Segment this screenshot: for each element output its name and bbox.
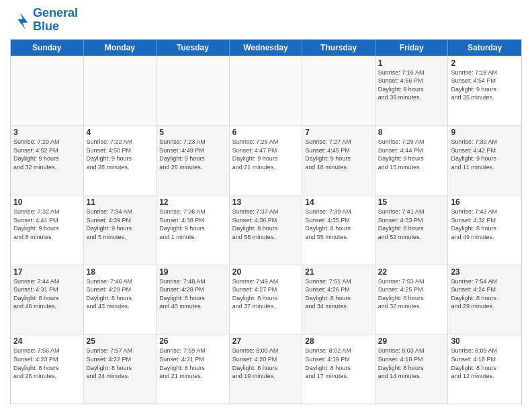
day-cell-4: 4Sunrise: 7:22 AM Sunset: 4:50 PM Daylig… [84,126,157,195]
day-info: Sunrise: 7:27 AM Sunset: 4:45 PM Dayligh… [305,138,372,171]
day-number: 3 [13,128,81,137]
day-number: 11 [87,197,154,207]
day-info: Sunrise: 7:56 AM Sunset: 4:23 PM Dayligh… [13,347,81,380]
day-info: Sunrise: 7:36 AM Sunset: 4:38 PM Dayligh… [159,208,226,241]
day-cell-12: 12Sunrise: 7:36 AM Sunset: 4:38 PM Dayli… [157,195,230,265]
day-info: Sunrise: 7:49 AM Sunset: 4:27 PM Dayligh… [232,277,300,311]
day-number: 8 [378,128,445,137]
day-info: Sunrise: 8:05 AM Sunset: 4:18 PM Dayligh… [451,347,519,380]
day-cell-27: 27Sunrise: 8:00 AM Sunset: 4:20 PM Dayli… [230,334,303,404]
day-number: 16 [451,197,519,207]
day-info: Sunrise: 7:30 AM Sunset: 4:42 PM Dayligh… [451,138,519,171]
day-number: 17 [13,267,81,277]
day-info: Sunrise: 7:23 AM Sunset: 4:49 PM Dayligh… [159,138,226,171]
day-cell-21: 21Sunrise: 7:51 AM Sunset: 4:26 PM Dayli… [302,265,375,334]
day-cell-20: 20Sunrise: 7:49 AM Sunset: 4:27 PM Dayli… [230,265,303,334]
day-info: Sunrise: 8:00 AM Sunset: 4:20 PM Dayligh… [232,347,300,380]
calendar-header: SundayMondayTuesdayWednesdayThursdayFrid… [11,40,521,56]
day-number: 24 [13,336,81,346]
day-cell-9: 9Sunrise: 7:30 AM Sunset: 4:42 PM Daylig… [448,126,521,195]
day-number: 29 [378,336,445,346]
header-day-thursday: Thursday [302,40,375,56]
page-header: General Blue [10,7,522,34]
day-number: 18 [87,267,154,277]
day-cell-2: 2Sunrise: 7:18 AM Sunset: 4:54 PM Daylig… [448,56,521,126]
day-info: Sunrise: 7:48 AM Sunset: 4:28 PM Dayligh… [159,277,226,311]
day-number: 26 [159,336,226,346]
day-number: 10 [13,197,81,207]
day-number: 28 [305,336,372,346]
day-info: Sunrise: 7:22 AM Sunset: 4:50 PM Dayligh… [87,138,154,171]
day-number: 25 [87,336,154,346]
day-cell-23: 23Sunrise: 7:54 AM Sunset: 4:24 PM Dayli… [448,265,521,334]
day-cell-16: 16Sunrise: 7:43 AM Sunset: 4:32 PM Dayli… [448,195,521,265]
header-day-friday: Friday [375,40,449,56]
day-cell-26: 26Sunrise: 7:59 AM Sunset: 4:21 PM Dayli… [157,334,230,404]
logo: General Blue [10,7,78,34]
day-info: Sunrise: 7:39 AM Sunset: 4:35 PM Dayligh… [305,208,372,241]
day-number: 9 [451,128,519,137]
day-number: 20 [232,267,300,277]
day-info: Sunrise: 7:53 AM Sunset: 4:25 PM Dayligh… [378,277,445,311]
day-cell-11: 11Sunrise: 7:34 AM Sunset: 4:39 PM Dayli… [84,195,157,265]
svg-marker-0 [17,13,28,30]
day-number: 22 [378,267,445,277]
day-cell-7: 7Sunrise: 7:27 AM Sunset: 4:45 PM Daylig… [302,126,375,195]
day-cell-18: 18Sunrise: 7:46 AM Sunset: 4:29 PM Dayli… [84,265,157,334]
day-number: 19 [159,267,226,277]
day-cell-6: 6Sunrise: 7:25 AM Sunset: 4:47 PM Daylig… [230,126,303,195]
day-info: Sunrise: 8:02 AM Sunset: 4:19 PM Dayligh… [305,347,372,380]
day-info: Sunrise: 7:41 AM Sunset: 4:33 PM Dayligh… [378,208,445,241]
day-number: 13 [232,197,300,207]
day-number: 14 [305,197,372,207]
calendar-row-0: 1Sunrise: 7:16 AM Sunset: 4:56 PM Daylig… [11,56,521,126]
day-cell-17: 17Sunrise: 7:44 AM Sunset: 4:31 PM Dayli… [11,265,84,334]
day-cell-10: 10Sunrise: 7:32 AM Sunset: 4:41 PM Dayli… [11,195,84,265]
day-info: Sunrise: 7:32 AM Sunset: 4:41 PM Dayligh… [13,208,81,241]
logo-text: General Blue [33,7,78,34]
day-cell-14: 14Sunrise: 7:39 AM Sunset: 4:35 PM Dayli… [302,195,375,265]
day-number: 6 [232,128,300,137]
day-cell-15: 15Sunrise: 7:41 AM Sunset: 4:33 PM Dayli… [375,195,449,265]
day-info: Sunrise: 7:25 AM Sunset: 4:47 PM Dayligh… [232,138,300,171]
header-day-monday: Monday [84,40,157,56]
day-number: 21 [305,267,372,277]
day-cell-29: 29Sunrise: 8:03 AM Sunset: 4:18 PM Dayli… [375,334,449,404]
empty-cell-0-2 [157,56,230,126]
day-cell-5: 5Sunrise: 7:23 AM Sunset: 4:49 PM Daylig… [157,126,230,195]
day-cell-1: 1Sunrise: 7:16 AM Sunset: 4:56 PM Daylig… [375,56,449,126]
day-info: Sunrise: 7:29 AM Sunset: 4:44 PM Dayligh… [378,138,445,171]
empty-cell-0-0 [11,56,84,126]
header-day-saturday: Saturday [448,40,521,56]
empty-cell-0-1 [84,56,157,126]
day-info: Sunrise: 7:54 AM Sunset: 4:24 PM Dayligh… [451,277,519,311]
day-info: Sunrise: 7:16 AM Sunset: 4:56 PM Dayligh… [378,68,445,102]
calendar-row-4: 24Sunrise: 7:56 AM Sunset: 4:23 PM Dayli… [11,334,521,404]
day-cell-8: 8Sunrise: 7:29 AM Sunset: 4:44 PM Daylig… [375,126,449,195]
day-number: 7 [305,128,372,137]
day-cell-30: 30Sunrise: 8:05 AM Sunset: 4:18 PM Dayli… [448,334,521,404]
day-cell-3: 3Sunrise: 7:20 AM Sunset: 4:52 PM Daylig… [11,126,84,195]
header-day-tuesday: Tuesday [157,40,230,56]
day-info: Sunrise: 7:44 AM Sunset: 4:31 PM Dayligh… [13,277,81,311]
day-cell-19: 19Sunrise: 7:48 AM Sunset: 4:28 PM Dayli… [157,265,230,334]
day-info: Sunrise: 7:59 AM Sunset: 4:21 PM Dayligh… [159,347,226,380]
day-info: Sunrise: 7:43 AM Sunset: 4:32 PM Dayligh… [451,208,519,241]
day-info: Sunrise: 8:03 AM Sunset: 4:18 PM Dayligh… [378,347,445,380]
day-number: 30 [451,336,519,346]
day-info: Sunrise: 7:20 AM Sunset: 4:52 PM Dayligh… [13,138,81,171]
day-number: 27 [232,336,300,346]
day-info: Sunrise: 7:46 AM Sunset: 4:29 PM Dayligh… [87,277,154,311]
logo-icon [10,10,30,30]
day-cell-13: 13Sunrise: 7:37 AM Sunset: 4:36 PM Dayli… [230,195,303,265]
day-cell-24: 24Sunrise: 7:56 AM Sunset: 4:23 PM Dayli… [11,334,84,404]
day-number: 15 [378,197,445,207]
day-number: 4 [87,128,154,137]
day-cell-25: 25Sunrise: 7:57 AM Sunset: 4:22 PM Dayli… [84,334,157,404]
calendar: SundayMondayTuesdayWednesdayThursdayFrid… [10,39,522,404]
day-info: Sunrise: 7:51 AM Sunset: 4:26 PM Dayligh… [305,277,372,311]
day-number: 12 [159,197,226,207]
empty-cell-0-4 [302,56,375,126]
day-info: Sunrise: 7:34 AM Sunset: 4:39 PM Dayligh… [87,208,154,241]
calendar-row-2: 10Sunrise: 7:32 AM Sunset: 4:41 PM Dayli… [11,195,521,265]
